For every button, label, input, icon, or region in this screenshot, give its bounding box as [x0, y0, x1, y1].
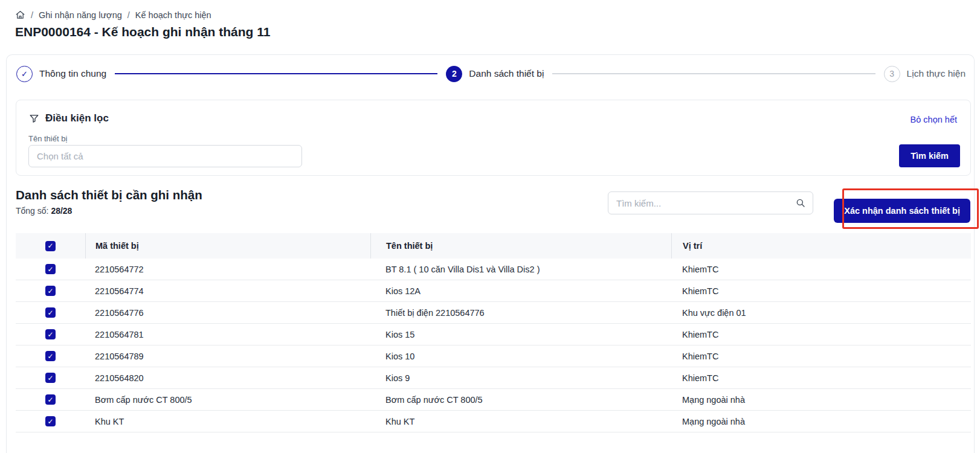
row-name: Bơm cấp nước CT 800/5	[370, 395, 671, 405]
row-code: 2210564774	[85, 286, 370, 296]
column-header-vi-tri: Vị trí	[671, 233, 971, 259]
stepper-connector-active	[115, 73, 437, 74]
row-checkbox[interactable]: ✓	[45, 329, 56, 339]
row-code: 2210564789	[85, 352, 370, 361]
page-title: ENP0000164 - Kế hoạch ghi nhận tháng 11	[15, 25, 270, 39]
row-location: KhiemTC	[671, 286, 971, 296]
row-code: 2210564776	[85, 308, 370, 318]
check-icon: ✓	[47, 374, 53, 382]
row-name: Kios 15	[370, 330, 671, 339]
column-header-ten-thiet-bi: Tên thiết bị	[370, 233, 671, 259]
row-checkbox[interactable]: ✓	[45, 416, 56, 426]
row-checkbox[interactable]: ✓	[45, 286, 56, 296]
column-header-ma-thiet-bi: Mã thiết bị	[85, 233, 370, 259]
funnel-icon	[28, 113, 40, 124]
step-danh-sach-thiet-bi[interactable]: 2 Danh sách thiết bị	[446, 66, 544, 82]
check-icon: ✓	[47, 242, 53, 249]
table-row: ✓ Khu KT Khu KT Mạng ngoài nhà	[16, 411, 971, 432]
home-icon[interactable]	[15, 10, 25, 20]
stepper-connector	[552, 73, 875, 74]
step-thong-tin-chung[interactable]: ✓ Thông tin chung	[16, 66, 106, 82]
table-row: ✓ 2210564789 Kios 10 KhiemTC	[16, 345, 971, 367]
breadcrumb-separator: /	[127, 10, 130, 20]
check-icon: ✓	[47, 331, 53, 338]
device-table: ✓ Mã thiết bị Tên thiết bị Vị trí ✓ 2210…	[16, 233, 971, 432]
select-all-checkbox[interactable]: ✓	[45, 241, 56, 251]
row-code: 2210564781	[85, 330, 370, 339]
check-icon: ✓	[47, 353, 53, 360]
breadcrumb-ghi-nhan-nang-luong[interactable]: Ghi nhận năng lượng	[39, 10, 122, 20]
deselect-all-link[interactable]: Bỏ chọn hết	[911, 115, 957, 124]
table-body: ✓ 2210564772 BT 8.1 ( 10 căn Villa Dis1 …	[16, 259, 971, 432]
row-location: KhiemTC	[671, 330, 971, 339]
table-row: ✓ 2210564772 BT 8.1 ( 10 căn Villa Dis1 …	[16, 259, 971, 280]
row-name: Kios 10	[370, 352, 671, 361]
breadcrumb-separator: /	[31, 10, 33, 20]
check-icon: ✓	[21, 69, 28, 79]
row-name: Kios 9	[370, 373, 671, 383]
table-row: ✓ 2210564820 Kios 9 KhiemTC	[16, 367, 971, 389]
step-lich-thuc-hien[interactable]: 3 Lịch thực hiện	[884, 66, 965, 82]
table-search-input[interactable]	[608, 191, 813, 214]
check-icon: ✓	[47, 418, 53, 425]
row-code: Bơm cấp nước CT 800/5	[85, 395, 370, 405]
breadcrumb: / Ghi nhận năng lượng / Kế hoạch thực hi…	[15, 10, 211, 20]
row-checkbox[interactable]: ✓	[45, 264, 56, 274]
table-row: ✓ 2210564781 Kios 15 KhiemTC	[16, 324, 971, 345]
row-location: Mạng ngoài nhà	[671, 395, 971, 405]
row-code: Khu KT	[85, 417, 370, 426]
row-checkbox[interactable]: ✓	[45, 351, 56, 361]
row-checkbox[interactable]: ✓	[45, 307, 56, 318]
filter-search-button[interactable]: Tìm kiếm	[899, 144, 960, 167]
total-value: 28/28	[51, 206, 72, 216]
check-icon: ✓	[47, 309, 53, 316]
row-name: Thiết bị điện 2210564776	[370, 308, 671, 318]
row-checkbox[interactable]: ✓	[45, 394, 56, 405]
row-code: 2210564820	[85, 373, 370, 383]
step-number-circle: 3	[884, 66, 900, 82]
check-icon: ✓	[47, 396, 53, 403]
row-location: Mạng ngoài nhà	[671, 417, 971, 426]
device-name-label: Tên thiết bị	[28, 134, 67, 143]
table-row: ✓ Bơm cấp nước CT 800/5 Bơm cấp nước CT …	[16, 389, 971, 411]
row-code: 2210564772	[85, 265, 370, 274]
check-icon: ✓	[47, 288, 53, 295]
filter-card: Điều kiện lọc Bỏ chọn hết Tên thiết bị T…	[16, 100, 971, 176]
table-search	[608, 191, 813, 214]
total-label: Tổng số:	[16, 206, 48, 216]
row-name: Khu KT	[370, 417, 671, 426]
step-completed-circle: ✓	[16, 66, 33, 82]
breadcrumb-ke-hoach-thuc-hien[interactable]: Kế hoạch thực hiện	[135, 10, 211, 20]
row-name: BT 8.1 ( 10 căn Villa Dis1 và Villa Dis2…	[370, 265, 671, 274]
table-row: ✓ 2210564776 Thiết bị điện 2210564776 Kh…	[16, 302, 971, 324]
row-name: Kios 12A	[370, 286, 671, 296]
row-location: Khu vực điện 01	[671, 308, 971, 318]
table-row: ✓ 2210564774 Kios 12A KhiemTC	[16, 280, 971, 302]
step-number-circle: 2	[446, 66, 462, 82]
filter-title-text: Điều kiện lọc	[45, 112, 109, 124]
table-header: ✓ Mã thiết bị Tên thiết bị Vị trí	[16, 233, 971, 259]
step-label: Thông tin chung	[39, 68, 106, 79]
row-location: KhiemTC	[671, 265, 971, 274]
total-count: Tổng số: 28/28	[16, 206, 72, 216]
filter-title: Điều kiện lọc	[28, 112, 109, 124]
check-icon: ✓	[47, 266, 53, 273]
step-label: Danh sách thiết bị	[469, 68, 544, 79]
row-location: KhiemTC	[671, 352, 971, 361]
row-checkbox[interactable]: ✓	[45, 373, 56, 383]
stepper: ✓ Thông tin chung 2 Danh sách thiết bị 3…	[16, 61, 965, 86]
step-label: Lịch thực hiện	[907, 68, 965, 79]
confirm-device-list-button[interactable]: Xác nhận danh sách thiết bị	[834, 199, 970, 223]
device-list-title: Danh sách thiết bị cần ghi nhận	[16, 188, 202, 202]
row-location: KhiemTC	[671, 373, 971, 383]
main-panel: ✓ Thông tin chung 2 Danh sách thiết bị 3…	[6, 54, 975, 453]
device-name-select[interactable]	[28, 145, 302, 167]
